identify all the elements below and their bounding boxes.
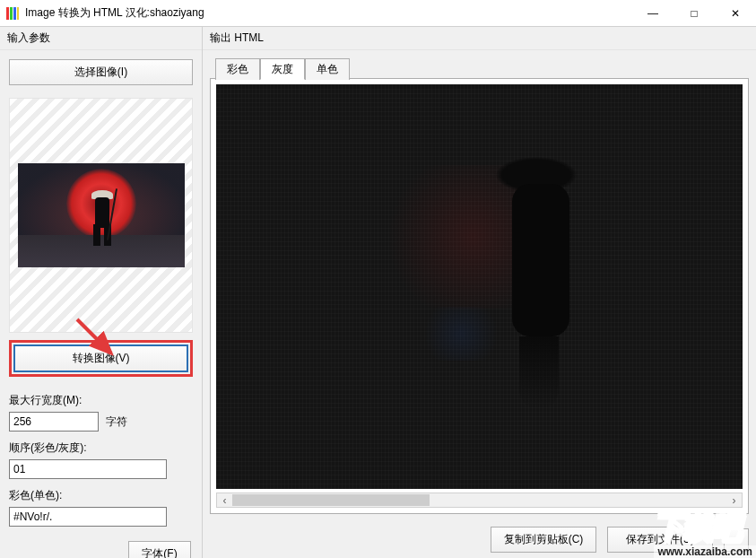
titlebar: Image 转换为 HTML 汉化:shaoziyang — □ ✕ xyxy=(0,0,756,27)
convert-image-button[interactable]: 转换图像(V) xyxy=(13,344,188,372)
max-width-label: 最大行宽度(M): xyxy=(9,393,193,408)
tab-color[interactable]: 彩色 xyxy=(215,58,260,80)
output-action-bar: 复制到剪贴板(C) 保存到文件(S) ▸ xyxy=(203,519,756,558)
max-width-input[interactable] xyxy=(9,412,99,432)
chevron-right-icon: ▸ xyxy=(734,534,739,546)
scrollbar-thumb[interactable] xyxy=(232,494,430,506)
scroll-left-button[interactable]: ‹ xyxy=(217,493,232,507)
more-button[interactable]: ▸ xyxy=(724,528,749,552)
tab-gray[interactable]: 灰度 xyxy=(260,58,305,80)
svg-rect-0 xyxy=(6,7,9,20)
color-label: 彩色(单色): xyxy=(9,488,193,503)
app-icon xyxy=(5,6,20,21)
scroll-right-button[interactable]: › xyxy=(726,493,742,507)
left-pane-header: 输入参数 xyxy=(0,27,202,50)
maximize-button[interactable]: □ xyxy=(673,0,715,26)
close-icon: ✕ xyxy=(731,7,740,20)
order-input[interactable] xyxy=(9,459,167,479)
close-button[interactable]: ✕ xyxy=(715,0,756,26)
left-pane: 输入参数 选择图像(I) 转换图像(V) 最大行宽度(M) xyxy=(0,27,203,558)
svg-rect-1 xyxy=(10,7,13,20)
output-frame: ‹ › xyxy=(210,78,749,514)
ascii-output xyxy=(216,84,743,489)
color-input[interactable] xyxy=(9,507,167,527)
svg-rect-3 xyxy=(17,7,19,20)
window-title: Image 转换为 HTML 汉化:shaoziyang xyxy=(25,5,632,21)
minimize-icon: — xyxy=(647,7,658,20)
output-tabs: 彩色 灰度 单色 xyxy=(210,57,749,79)
max-width-suffix: 字符 xyxy=(106,414,127,430)
font-button[interactable]: 字体(F) xyxy=(128,541,191,558)
tab-mono[interactable]: 单色 xyxy=(305,58,350,80)
chevron-right-icon: › xyxy=(733,494,736,507)
copy-clipboard-button[interactable]: 复制到剪贴板(C) xyxy=(491,527,596,553)
horizontal-scrollbar[interactable]: ‹ › xyxy=(216,493,743,508)
order-label: 顺序(彩色/灰度): xyxy=(9,440,193,456)
chevron-left-icon: ‹ xyxy=(223,494,227,507)
ascii-output-viewport[interactable] xyxy=(216,84,743,489)
convert-button-highlight: 转换图像(V) xyxy=(9,340,193,377)
right-pane: 输出 HTML 彩色 灰度 单色 ‹ xyxy=(203,27,756,558)
svg-rect-2 xyxy=(13,7,16,20)
right-pane-header: 输出 HTML xyxy=(203,27,756,50)
image-preview xyxy=(18,163,185,267)
maximize-icon: □ xyxy=(691,7,697,20)
minimize-button[interactable]: — xyxy=(632,0,673,26)
select-image-button[interactable]: 选择图像(I) xyxy=(9,59,193,85)
image-preview-area xyxy=(9,98,193,333)
save-file-button[interactable]: 保存到文件(S) xyxy=(607,527,713,553)
